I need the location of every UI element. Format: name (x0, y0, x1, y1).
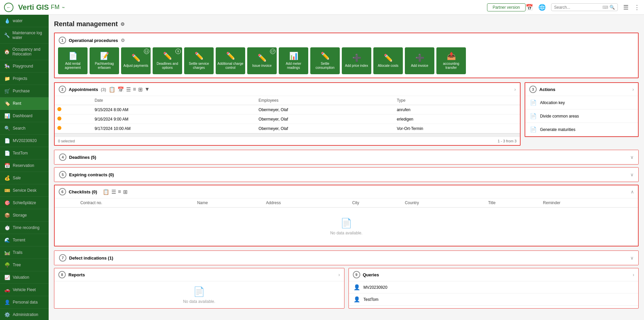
sidebar-item-testtom[interactable]: 📄TestTom (0, 147, 49, 159)
page-settings-icon[interactable]: ⚙ (120, 21, 125, 27)
op-btn-pachtvertrag-erfassen[interactable]: 📝Pachtvertrag erfassen (90, 47, 119, 74)
actions-chevron-right[interactable]: › (632, 87, 634, 92)
sidebar-item-search[interactable]: 🔍Search (0, 122, 49, 135)
sidebar-label: Playground (13, 64, 33, 68)
op-btn-settle-service-charges[interactable]: ✏️Settle service charges (184, 47, 214, 74)
search-box[interactable]: ⌨ 🔍 (551, 3, 618, 11)
op-badge: 1 (59, 37, 66, 44)
checklists-chevron[interactable]: ∧ (631, 189, 634, 194)
op-btn-icon: ✏️ (226, 52, 235, 60)
sidebar-item-personal-data[interactable]: 👤Personal data (0, 296, 49, 309)
sidebar-item-valuation[interactable]: 📈Valuation (0, 271, 49, 284)
op-btn-settle-consumption[interactable]: ✏️Settle consumption (310, 47, 340, 74)
apt-employee: Obermeyer, Olaf (256, 115, 394, 124)
advanced-filter-icon[interactable]: ▼ (145, 86, 150, 92)
apt-scrollbar[interactable] (55, 133, 520, 137)
keyboard-icon: ⌨ (602, 5, 608, 10)
deadlines-chevron[interactable]: ∨ (630, 154, 634, 160)
reports-header: 8 Reports › (54, 268, 344, 281)
op-btn-accounting-transfer[interactable]: 📤accounting transfer (436, 47, 466, 74)
expiring-title: Expiring contracts (0) (69, 172, 114, 177)
sidebar-item-tree[interactable]: 🌳Tree (0, 259, 49, 271)
queries-expand[interactable]: › (633, 272, 634, 277)
op-settings-icon[interactable]: ⚙ (121, 38, 125, 43)
cl-col-status (55, 198, 77, 208)
list-view-icon[interactable]: ≡ (133, 86, 136, 92)
sidebar-item-purchase[interactable]: 🛒Purchase (0, 85, 49, 97)
sidebar-item-schießplätze[interactable]: 🎯Schießplätze (0, 197, 49, 209)
apt-col-date[interactable]: Date (92, 96, 256, 105)
op-btn-add-price-index[interactable]: ➕Add price index (342, 47, 371, 74)
sidebar-label: Occupancy and Relocation (12, 47, 45, 56)
more-vert-icon[interactable]: ⋮ (634, 4, 640, 11)
sidebar-item-water[interactable]: 💧water (0, 15, 49, 27)
search-input[interactable] (554, 5, 601, 10)
defect-header[interactable]: 7 Defect indications (1) ∨ (54, 251, 638, 265)
sidebar-item-playground[interactable]: 🎠Playground (0, 60, 49, 73)
op-btn-label: Deadlines and options (154, 62, 181, 70)
action-label: Generate maturities (540, 127, 575, 132)
op-btn-issue-invoice[interactable]: 17✏️Issue invoice (247, 47, 277, 74)
sidebar-item-vehicle-fleet[interactable]: 🚗Vehicle Fleet (0, 284, 49, 296)
apt-chevron-right[interactable]: › (514, 87, 516, 92)
table-row[interactable]: 9/16/2024 9:00 AM Obermeyer, Olaf erledi… (55, 115, 520, 124)
apt-col-employees: Employees (256, 96, 394, 105)
sidebar-item-dashboard[interactable]: 📊Dashboard (0, 110, 49, 122)
sidebar-item-sale[interactable]: 💰Sale (0, 172, 49, 184)
cl-add-icon[interactable]: 📋 (103, 189, 109, 195)
op-btn-adjust-payments[interactable]: 11✏️Adjust payments (121, 47, 151, 74)
partner-version-button[interactable]: Partner version (487, 3, 526, 11)
filter-icon[interactable]: ☰ (126, 86, 131, 93)
apt-col-type: Type (394, 96, 520, 105)
sidebar-item-projects[interactable]: 📁Projects (0, 73, 49, 85)
cl-grid-icon[interactable]: ⊞ (123, 189, 127, 195)
sidebar-item-torrent[interactable]: 🌊Torrent (0, 234, 49, 246)
defect-chevron[interactable]: ∨ (630, 255, 634, 261)
op-btn-add-rental-agreement[interactable]: 📄Add rental agreement (58, 47, 88, 74)
cl-filter-icon[interactable]: ☰ (111, 189, 116, 195)
sidebar-item-time-recording[interactable]: ⏱️Time recording (0, 222, 49, 234)
calendar-icon[interactable]: 📅 (526, 4, 533, 11)
table-row[interactable]: 9/15/2024 8:00 AM Obermeyer, Olaf anrufe… (55, 105, 520, 115)
globe-icon[interactable]: 🌐 (538, 4, 546, 11)
back-button[interactable]: ← (4, 3, 13, 12)
sidebar-item-rent[interactable]: 🏷️Rent (0, 97, 49, 110)
sidebar-item-trails[interactable]: 🛤️Trails (0, 246, 49, 259)
action-item-divide-common-areas[interactable]: 📄Divide common areas (525, 109, 638, 123)
apt-title: Appointments (69, 87, 98, 92)
filter-list-icon[interactable]: ☰ (623, 4, 629, 11)
sidebar-item-occupancy-and-relocation[interactable]: 🏠Occupancy and Relocation (0, 44, 49, 60)
appointments-actions-row: 2 Appointments (3) 📋 📅 ☰ ≡ ⊞ ▼ › (54, 82, 639, 150)
op-btn-allocate-costs[interactable]: ✏️Allocate costs (373, 47, 403, 74)
sidebar-label: Reservation (13, 163, 34, 168)
calendar-view-icon[interactable]: 📅 (117, 86, 124, 93)
table-row[interactable]: 9/17/2024 10:00 AM Obermeyer, Olaf Vor-O… (55, 124, 520, 133)
search-icon[interactable]: 🔍 (609, 5, 615, 10)
sidebar-icon: ⚙️ (4, 312, 10, 317)
query-item-mv20230920[interactable]: 👤MV20230920 (349, 281, 639, 293)
sidebar-item-administration[interactable]: ⚙️Administration (0, 309, 49, 320)
expiring-chevron[interactable]: ∨ (630, 172, 634, 177)
cl-list-icon[interactable]: ≡ (118, 189, 121, 195)
action-item-allocation-key[interactable]: 📄Allocation key (525, 96, 638, 109)
deadlines-header[interactable]: 4 Deadlines (5) ∨ (54, 150, 638, 164)
sidebar-item-storage[interactable]: 📦Storage (0, 209, 49, 222)
query-item-testtom[interactable]: 👤TestTom (349, 293, 639, 306)
action-item-generate-maturities[interactable]: 📄Generate maturities (525, 123, 638, 136)
sidebar-item-mv20230920[interactable]: 📄MV20230920 (0, 135, 49, 147)
op-btn-additional-charge-control[interactable]: ✏️Additional charge control (216, 47, 245, 74)
add-appointment-icon[interactable]: 📋 (109, 86, 115, 93)
sidebar-item-service-desk[interactable]: 🎫Service Desk (0, 184, 49, 197)
sidebar-item-reservation[interactable]: 📅Reservation (0, 159, 49, 172)
expiring-header[interactable]: 5 Expiring contracts (0) ∨ (54, 168, 638, 182)
op-btn-deadlines-and-options[interactable]: 9✏️Deadlines and options (153, 47, 182, 74)
apt-badge: 2 (59, 86, 66, 93)
checklists-toolbar: 📋 ☰ ≡ ⊞ (103, 189, 127, 195)
cl-no-data: 📄 No data available. (57, 210, 635, 243)
op-btn-add-invoice[interactable]: ➕Add invoice (405, 47, 434, 74)
apt-status-dot (55, 105, 92, 115)
sidebar-item-maintenance-log-water[interactable]: 🔧Maintenance log water (0, 27, 49, 44)
grid-view-icon[interactable]: ⊞ (138, 86, 143, 93)
op-btn-add-meter-readings[interactable]: 📊Add meter readings (279, 47, 308, 74)
reports-expand[interactable]: › (338, 272, 340, 277)
